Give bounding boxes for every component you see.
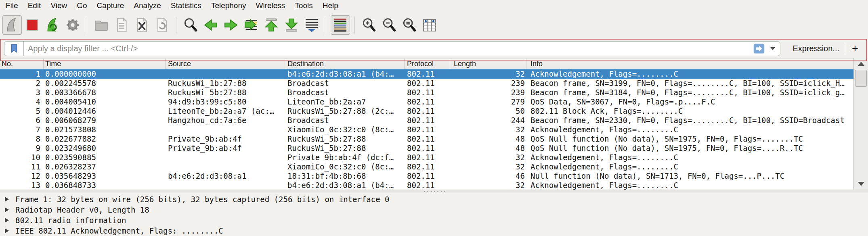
menu-wireless[interactable]: Wireless	[251, 0, 290, 11]
open-file-icon	[93, 17, 109, 33]
open-file-button[interactable]	[92, 15, 111, 35]
detail-text: Frame 1: 32 bytes on wire (256 bits), 32…	[15, 195, 390, 204]
go-first-button[interactable]	[262, 15, 281, 35]
go-last-button[interactable]	[282, 15, 301, 35]
colorize-button[interactable]	[331, 15, 350, 35]
go-to-packet-icon	[243, 17, 259, 33]
restart-capture-button[interactable]	[43, 15, 62, 35]
packet-row[interactable]: 10.000000000b4:e6:2d:d3:08:a1 (b4:…802.1…	[0, 69, 853, 79]
packet-row[interactable]: 100.023590885Private_9b:ab:4f (dc:f…802.…	[0, 153, 853, 162]
packet-row[interactable]: 70.021573808XiaomiCo_0c:32:c0 (8c:…802.1…	[0, 125, 853, 134]
scroll-up-button[interactable]	[854, 58, 868, 69]
resize-columns-button[interactable]	[420, 15, 439, 35]
menu-help[interactable]: Help	[318, 0, 343, 11]
detail-line[interactable]: Radiotap Header v0, Length 18	[0, 205, 868, 215]
apply-filter-button[interactable]	[751, 43, 767, 54]
cell-protocol: 802.11	[405, 107, 451, 116]
reload-file-button[interactable]	[152, 15, 172, 35]
packet-row[interactable]: 120.035648293b4:e6:2d:d3:08:a118:31:bf:4…	[0, 171, 853, 181]
packet-row[interactable]: 90.023249680Private_9b:ab:4fRuckusWi_5b:…	[0, 144, 853, 153]
menu-statistics[interactable]: Statistics	[166, 0, 206, 11]
packet-row[interactable]: 30.003366678RuckusWi_5b:27:88Broadcast80…	[0, 88, 853, 97]
packet-row[interactable]: 80.022677882Private_9b:ab:4fRuckusWi_5b:…	[0, 134, 853, 144]
cell-time: 0.023590885	[44, 153, 166, 162]
cell-protocol: 802.11	[405, 144, 451, 153]
menu-tools[interactable]: Tools	[290, 0, 317, 11]
zoom-reset-button[interactable]	[400, 15, 419, 35]
capture-options-icon	[65, 17, 81, 33]
cell-length: 32	[451, 69, 526, 79]
packet-row[interactable]: 20.002245578RuckusWi_1b:27:88Broadcast80…	[0, 79, 853, 88]
vertical-scrollbar[interactable]	[853, 58, 868, 190]
cell-info: Beacon frame, SN=3199, FN=0, Flags=.....…	[526, 79, 853, 88]
menu-edit[interactable]: Edit	[23, 0, 46, 11]
detail-line[interactable]: Frame 1: 32 bytes on wire (256 bits), 32…	[0, 194, 868, 205]
column-header-source[interactable]: Source	[166, 58, 285, 69]
zoom-out-button[interactable]	[379, 15, 399, 35]
zoom-in-button[interactable]	[359, 15, 379, 35]
packet-row[interactable]: 60.006068279Hangzhou_cd:7a:6eBroadcast80…	[0, 116, 853, 125]
expander-triangle-icon[interactable]	[5, 207, 9, 212]
cell-time: 0.036848733	[44, 181, 166, 190]
column-header-destination[interactable]: Destination	[285, 58, 405, 69]
cell-length: 48	[451, 144, 526, 153]
cell-destination: Broadcast	[285, 116, 405, 125]
cell-time: 0.035648293	[44, 171, 166, 181]
close-file-button[interactable]	[132, 15, 151, 35]
cell-no: 4	[0, 97, 44, 107]
column-header-time[interactable]: Time	[44, 58, 166, 69]
menu-file[interactable]: File	[1, 0, 23, 11]
detail-line[interactable]: 802.11 radio information	[0, 215, 868, 226]
save-file-button[interactable]	[112, 15, 131, 35]
zoom-in-icon	[361, 17, 377, 33]
scrollbar-thumb[interactable]	[855, 70, 867, 87]
menu-go[interactable]: Go	[72, 0, 92, 11]
add-filter-button[interactable]: +	[846, 42, 864, 54]
display-filter-input[interactable]	[24, 42, 751, 56]
menu-analyze[interactable]: Analyze	[129, 0, 166, 11]
detail-line[interactable]: IEEE 802.11 Acknowledgement, Flags: ....…	[0, 226, 868, 236]
menu-view[interactable]: View	[46, 0, 72, 11]
go-to-packet-button[interactable]	[241, 15, 261, 35]
auto-scroll-button[interactable]	[302, 15, 321, 35]
cell-destination: RuckusWi_5b:27:88	[285, 134, 405, 144]
menu-capture[interactable]: Capture	[92, 0, 129, 11]
scroll-down-button[interactable]	[854, 179, 868, 189]
bookmark-icon	[9, 43, 19, 54]
column-header-length[interactable]: Length	[451, 58, 526, 69]
cell-protocol: 802.11	[405, 88, 451, 97]
find-packet-button[interactable]	[181, 15, 200, 35]
start-capture-button[interactable]	[2, 15, 22, 35]
column-header-no[interactable]: No.	[0, 58, 44, 69]
filter-history-dropdown[interactable]	[768, 43, 778, 54]
cell-info: QoS Null function (No data), SN=1975, FN…	[526, 134, 853, 144]
pane-splitter[interactable]	[0, 190, 868, 193]
capture-options-button[interactable]	[63, 15, 82, 35]
cell-destination: Private_9b:ab:4f (dc:f…	[285, 153, 405, 162]
toolbar-separator	[176, 17, 176, 33]
cell-no: 11	[0, 162, 44, 171]
column-header-info[interactable]: Info	[526, 58, 853, 69]
cell-info: 802.11 Block Ack, Flags=........C	[526, 107, 853, 116]
column-header-protocol[interactable]: Protocol	[405, 58, 451, 69]
resize-columns-icon	[421, 17, 438, 33]
expander-triangle-icon[interactable]	[5, 197, 9, 202]
packet-list-body: 10.000000000b4:e6:2d:d3:08:a1 (b4:…802.1…	[0, 69, 853, 190]
packet-row[interactable]: 40.00400541094:d9:b3:99:c5:80LiteonTe_bb…	[0, 97, 853, 107]
arrow-up-icon	[858, 62, 864, 66]
go-next-button[interactable]	[221, 15, 241, 35]
filter-bookmark-button[interactable]	[4, 42, 24, 56]
menu-telephony[interactable]: Telephony	[206, 0, 251, 11]
stop-capture-button[interactable]	[23, 15, 42, 35]
go-previous-button[interactable]	[201, 15, 220, 35]
packet-row[interactable]: 110.026328237XiaomiCo_0c:32:c0 (8c:…802.…	[0, 162, 853, 171]
expander-triangle-icon[interactable]	[5, 218, 9, 223]
expression-button[interactable]: Expression...	[786, 44, 846, 53]
display-filter-bar[interactable]	[4, 41, 780, 56]
cell-time: 0.023249680	[44, 144, 166, 153]
packet-row[interactable]: 50.004012446LiteonTe_bb:2a:a7 (ac:…Rucku…	[0, 107, 853, 116]
cell-time: 0.004012446	[44, 107, 166, 116]
expander-triangle-icon[interactable]	[5, 228, 9, 233]
cell-time: 0.022677882	[44, 134, 166, 144]
packet-list-pane: No.TimeSourceDestinationProtocolLengthIn…	[0, 58, 868, 190]
